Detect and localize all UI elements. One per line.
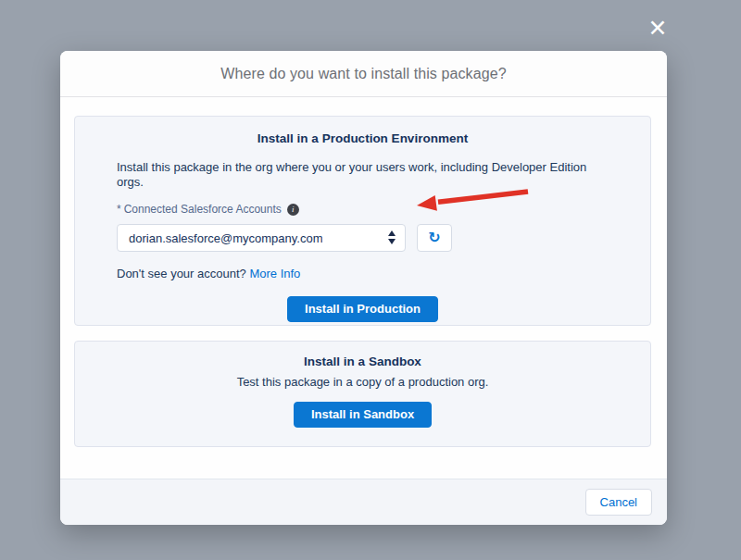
modal-body: Install in a Production Environment Inst… xyxy=(60,97,667,447)
install-sandbox-button[interactable]: Install in Sandbox xyxy=(294,402,432,428)
account-select-value: dorian.salesforce@mycompany.com xyxy=(129,231,322,245)
arrow-up-icon xyxy=(388,230,396,236)
install-production-button[interactable]: Install in Production xyxy=(287,296,438,322)
account-select[interactable]: dorian.salesforce@mycompany.com xyxy=(117,224,406,252)
refresh-icon: ↻ xyxy=(428,229,440,246)
modal-footer: Cancel xyxy=(60,479,667,525)
account-select-label: Connected Salesforce Accounts xyxy=(124,203,282,216)
sandbox-button-row: Install in Sandbox xyxy=(117,402,609,428)
sandbox-heading: Install in a Sandbox xyxy=(117,355,609,368)
page: { "colors": { "backdrop_gray": "#99a1ac"… xyxy=(0,0,741,560)
refresh-accounts-button[interactable]: ↻ xyxy=(417,224,452,252)
account-select-label-row: * Connected Salesforce Accounts i xyxy=(117,203,609,216)
production-section: Install in a Production Environment Inst… xyxy=(74,116,651,326)
select-spinner-icon xyxy=(388,230,396,244)
sandbox-section: Install in a Sandbox Test this package i… xyxy=(74,341,651,447)
production-description: Install this package in the org where yo… xyxy=(117,160,609,190)
account-help-row: Don't see your account? More Info xyxy=(117,267,609,280)
modal-header: Where do you want to install this packag… xyxy=(60,51,667,97)
cancel-button[interactable]: Cancel xyxy=(585,489,652,516)
more-info-link[interactable]: More Info xyxy=(249,267,300,280)
install-package-modal: Where do you want to install this packag… xyxy=(60,51,667,525)
required-asterisk: * xyxy=(117,203,121,216)
close-button[interactable]: ✕ xyxy=(643,14,672,44)
production-button-row: Install in Production xyxy=(117,296,609,322)
sandbox-description: Test this package in a copy of a product… xyxy=(117,375,609,390)
production-heading: Install in a Production Environment xyxy=(117,131,609,145)
info-icon[interactable]: i xyxy=(287,204,299,216)
account-help-text: Don't see your account? xyxy=(117,267,246,280)
close-icon: ✕ xyxy=(648,15,668,42)
modal-title: Where do you want to install this packag… xyxy=(220,66,506,82)
arrow-down-icon xyxy=(388,239,396,244)
account-select-row: dorian.salesforce@mycompany.com ↻ xyxy=(117,224,609,252)
